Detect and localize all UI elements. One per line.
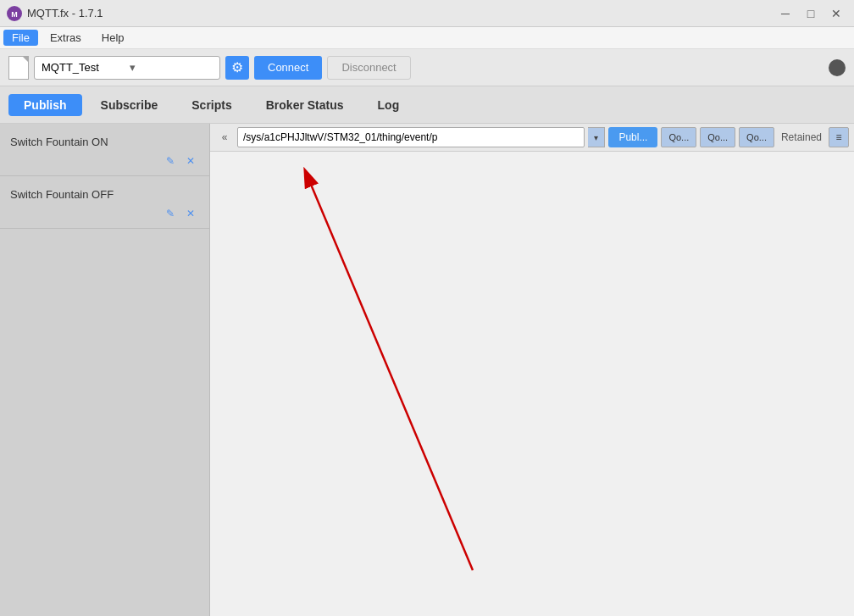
- topic-input[interactable]: [237, 127, 585, 147]
- app-title: MQTT.fx - 1.7.1: [27, 7, 103, 19]
- annotation-arrow: [210, 152, 854, 616]
- edit-button[interactable]: ✎: [162, 153, 179, 169]
- tab-log[interactable]: Log: [363, 94, 415, 116]
- edit-button[interactable]: ✎: [162, 206, 179, 221]
- svg-line-3: [309, 180, 473, 570]
- qos2-button[interactable]: Qo...: [739, 127, 774, 147]
- sidebar-item-title: Switch Fountain OFF: [10, 188, 199, 201]
- publish-area: [210, 152, 854, 616]
- tab-publish[interactable]: Publish: [8, 94, 82, 116]
- close-button[interactable]: ✕: [825, 5, 847, 22]
- settings-button[interactable]: ⚙: [225, 56, 249, 80]
- tab-scripts[interactable]: Scripts: [176, 94, 247, 116]
- connection-status-dot: [829, 59, 846, 76]
- retained-label: Retained: [778, 131, 825, 143]
- collapse-button[interactable]: «: [215, 128, 234, 147]
- delete-button[interactable]: ✕: [182, 153, 199, 169]
- sidebar-item-actions: ✎ ✕: [10, 206, 199, 221]
- right-panel: « ▾ Publ... Qo... Qo... Qo... Retained ≡: [210, 124, 854, 616]
- menu-item-help[interactable]: Help: [93, 30, 133, 46]
- list-item[interactable]: Switch Fountain OFF ✎ ✕: [0, 176, 209, 229]
- window-controls: ─ □ ✕: [774, 5, 847, 22]
- sidebar: Switch Fountain ON ✎ ✕ Switch Fountain O…: [0, 124, 210, 616]
- menu-item-extras[interactable]: Extras: [42, 30, 90, 46]
- restore-button[interactable]: □: [800, 5, 822, 22]
- publish-toolbar: « ▾ Publ... Qo... Qo... Qo... Retained ≡: [210, 124, 854, 152]
- delete-button[interactable]: ✕: [182, 206, 199, 221]
- mqtt-logo-icon: M: [7, 6, 22, 21]
- profile-name: MQTT_Test: [42, 61, 125, 74]
- dropdown-arrow-icon: ▾: [130, 61, 213, 74]
- gear-icon: ⚙: [231, 59, 243, 75]
- tab-subscribe[interactable]: Subscribe: [86, 94, 174, 116]
- qos0-button[interactable]: Qo...: [661, 127, 696, 147]
- menu-item-file[interactable]: File: [3, 30, 38, 46]
- document-icon: [8, 56, 29, 80]
- title-bar: M MQTT.fx - 1.7.1 ─ □ ✕: [0, 0, 854, 27]
- qos1-button[interactable]: Qo...: [700, 127, 735, 147]
- title-bar-left: M MQTT.fx - 1.7.1: [7, 6, 103, 21]
- topic-dropdown-button[interactable]: ▾: [588, 127, 605, 147]
- disconnect-button[interactable]: Disconnect: [327, 56, 410, 80]
- connect-button[interactable]: Connect: [254, 56, 322, 80]
- tab-bar: Publish Subscribe Scripts Broker Status …: [0, 86, 854, 124]
- list-item[interactable]: Switch Fountain ON ✎ ✕: [0, 124, 209, 176]
- more-options-button[interactable]: ≡: [829, 127, 849, 147]
- tab-broker-status[interactable]: Broker Status: [251, 94, 359, 116]
- minimize-button[interactable]: ─: [774, 5, 796, 22]
- sidebar-item-actions: ✎ ✕: [10, 153, 199, 169]
- connection-bar: MQTT_Test ▾ ⚙ Connect Disconnect: [0, 49, 854, 86]
- publish-button[interactable]: Publ...: [608, 127, 657, 147]
- connection-profile-dropdown[interactable]: MQTT_Test ▾: [34, 56, 220, 80]
- menu-bar: File Extras Help: [0, 27, 854, 49]
- sidebar-item-title: Switch Fountain ON: [10, 136, 199, 148]
- svg-text:M: M: [11, 10, 18, 19]
- main-content: Switch Fountain ON ✎ ✕ Switch Fountain O…: [0, 124, 854, 616]
